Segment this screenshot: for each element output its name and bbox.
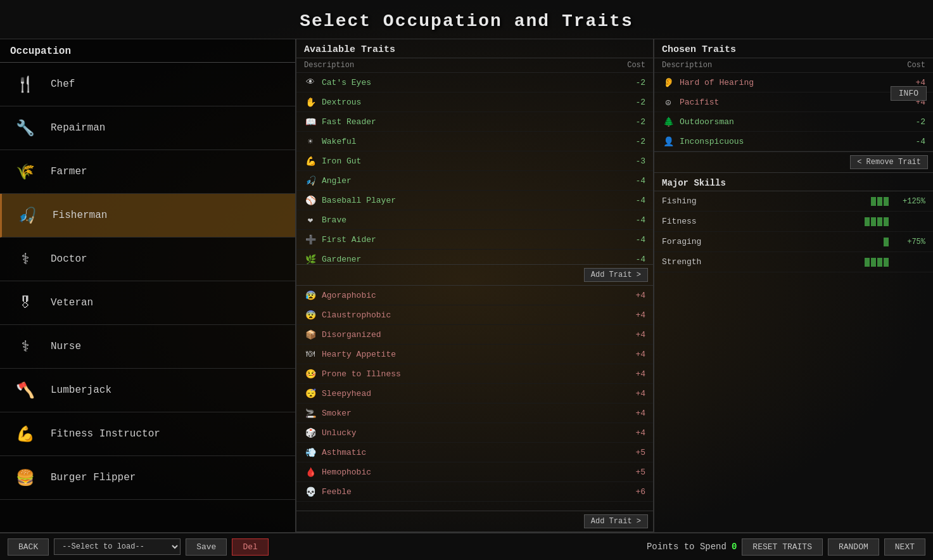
- trait-icon-pos-3: ☀: [304, 135, 317, 148]
- occupation-item-repairman[interactable]: 🔧 Repairman: [0, 106, 295, 150]
- positive-trait-8[interactable]: ➕ First Aider -4: [296, 230, 653, 250]
- trait-cost-pos-0: -2: [626, 78, 645, 87]
- add-trait-btn-1[interactable]: Add Trait >: [584, 268, 648, 282]
- negative-trait-3[interactable]: 🍽 Hearty Appetite +4: [296, 345, 653, 364]
- trait-icon-neg-5: 😴: [304, 387, 317, 400]
- occupation-item-chef[interactable]: 🍴 Chef: [0, 63, 295, 106]
- negative-trait-6[interactable]: 🚬 Smoker +4: [296, 404, 653, 423]
- trait-icon-neg-9: 🩸: [304, 466, 317, 478]
- trait-icon-neg-7: 🎲: [304, 426, 317, 439]
- trait-icon-neg-8: 💨: [304, 446, 317, 459]
- occupation-list: 🍴 Chef 🔧 Repairman 🌾 Farmer 🎣 Fisherman …: [0, 63, 295, 532]
- remove-trait-button-area[interactable]: < Remove Trait: [654, 151, 933, 172]
- negative-trait-4[interactable]: 🤒 Prone to Illness +4: [296, 364, 653, 384]
- positive-trait-5[interactable]: 🎣 Angler -4: [296, 171, 653, 191]
- trait-cost-pos-6: -4: [626, 196, 645, 205]
- trait-cost-pos-9: -4: [626, 255, 645, 264]
- skill-item-2: Foraging +75%: [654, 232, 933, 252]
- occupation-item-lumberjack[interactable]: 🪓 Lumberjack: [0, 369, 295, 412]
- negative-trait-9[interactable]: 🩸 Hemophobic +5: [296, 462, 653, 482]
- save-button[interactable]: Save: [186, 538, 227, 556]
- info-button[interactable]: INFO: [891, 86, 927, 101]
- occupation-icon-doctor: ⚕: [10, 244, 41, 274]
- trait-icon-pos-7: ❤: [304, 213, 317, 226]
- trait-name-neg-2: Disorganized: [322, 330, 626, 340]
- trait-name-pos-6: Baseball Player: [322, 196, 626, 205]
- chosen-name-2: Outdoorsman: [680, 117, 906, 127]
- chosen-cost-2: -2: [906, 117, 925, 127]
- add-trait-button-2[interactable]: Add Trait >: [296, 511, 653, 531]
- positive-trait-6[interactable]: ⚾ Baseball Player -4: [296, 191, 653, 210]
- chosen-trait-2[interactable]: 🌲 Outdoorsman -2: [654, 112, 933, 132]
- occupation-item-nurse[interactable]: ⚕ Nurse: [0, 325, 295, 369]
- trait-icon-pos-9: 🌿: [304, 253, 317, 264]
- chosen-traits-area: INFO Chosen Traits Description Cost 👂 Ha…: [654, 39, 933, 532]
- trait-cost-pos-1: -2: [626, 98, 645, 107]
- back-button[interactable]: BACK: [8, 538, 49, 556]
- negative-trait-2[interactable]: 📦 Disorganized +4: [296, 325, 653, 345]
- skill-bar-3-0: [865, 258, 870, 267]
- negative-trait-7[interactable]: 🎲 Unlucky +4: [296, 423, 653, 443]
- negative-trait-1[interactable]: 😨 Claustrophobic +4: [296, 305, 653, 325]
- skill-item-0: Fishing +125%: [654, 191, 933, 212]
- skill-bar-0-1: [877, 197, 882, 206]
- trait-icon-pos-4: 💪: [304, 155, 317, 167]
- skill-bars-2: [884, 238, 889, 246]
- random-button[interactable]: RANDOM: [828, 538, 879, 556]
- positive-trait-3[interactable]: ☀ Wakeful -2: [296, 132, 653, 151]
- trait-name-neg-7: Unlucky: [322, 428, 626, 438]
- trait-icon-pos-0: 👁: [304, 76, 317, 89]
- available-traits-section: Available Traits Description Cost 👁 Cat'…: [296, 39, 653, 286]
- chosen-col-cost: Cost: [907, 61, 925, 70]
- positive-traits-list: 👁 Cat's Eyes -2 ✋ Dextrous -2 📖 Fast Rea…: [296, 73, 653, 264]
- occupation-icon-repairman: 🔧: [10, 113, 41, 143]
- negative-trait-8[interactable]: 💨 Asthmatic +5: [296, 443, 653, 462]
- skill-bars-1: [865, 217, 889, 226]
- occupation-name-veteran: Veteran: [51, 297, 93, 309]
- positive-trait-0[interactable]: 👁 Cat's Eyes -2: [296, 73, 653, 92]
- trait-cost-pos-5: -4: [626, 176, 645, 186]
- add-trait-btn-2[interactable]: Add Trait >: [584, 514, 648, 528]
- trait-name-neg-6: Smoker: [322, 409, 626, 418]
- skill-name-1: Fitness: [662, 217, 860, 226]
- skill-percent-0: +125%: [894, 197, 925, 206]
- trait-icon-neg-2: 📦: [304, 328, 317, 341]
- traits-area: Available Traits Description Cost 👁 Cat'…: [296, 39, 654, 532]
- positive-trait-4[interactable]: 💪 Iron Gut -3: [296, 151, 653, 171]
- load-select[interactable]: --Select to load--: [54, 538, 181, 555]
- occupation-item-doctor[interactable]: ⚕ Doctor: [0, 238, 295, 281]
- occupation-item-veteran[interactable]: 🎖 Veteran: [0, 281, 295, 325]
- negative-trait-10[interactable]: 💀 Feeble +6: [296, 482, 653, 502]
- del-button[interactable]: Del: [232, 538, 268, 556]
- trait-name-neg-8: Asthmatic: [322, 448, 626, 457]
- trait-name-neg-3: Hearty Appetite: [322, 350, 626, 359]
- occupation-name-doctor: Doctor: [51, 253, 87, 265]
- positive-trait-9[interactable]: 🌿 Gardener -4: [296, 250, 653, 264]
- chosen-trait-3[interactable]: 👤 Inconspicuous -4: [654, 132, 933, 151]
- skill-bar-1-2: [877, 217, 882, 226]
- positive-trait-7[interactable]: ❤ Brave -4: [296, 210, 653, 230]
- positive-trait-2[interactable]: 📖 Fast Reader -2: [296, 112, 653, 132]
- add-trait-button-1[interactable]: Add Trait >: [296, 264, 653, 285]
- remove-trait-btn[interactable]: < Remove Trait: [850, 155, 928, 169]
- negative-trait-0[interactable]: 😰 Agoraphobic +4: [296, 286, 653, 305]
- trait-icon-pos-2: 📖: [304, 115, 317, 128]
- chosen-col-desc: Description: [662, 61, 712, 70]
- occupation-item-fitness_instructor[interactable]: 💪 Fitness Instructor: [0, 412, 295, 456]
- negative-trait-5[interactable]: 😴 Sleepyhead +4: [296, 384, 653, 404]
- occupation-item-farmer[interactable]: 🌾 Farmer: [0, 150, 295, 194]
- skills-list: Fishing +125% Fitness Foraging +75% Stre…: [654, 191, 933, 532]
- trait-name-neg-0: Agoraphobic: [322, 291, 626, 300]
- reset-traits-button[interactable]: RESET TRAITS: [742, 538, 823, 556]
- trait-name-neg-10: Feeble: [322, 487, 626, 497]
- occupation-name-repairman: Repairman: [51, 122, 105, 134]
- trait-name-pos-3: Wakeful: [322, 137, 626, 146]
- col-description: Description: [304, 61, 354, 70]
- chosen-icon-1: ☮: [662, 96, 675, 108]
- occupation-name-lumberjack: Lumberjack: [51, 385, 111, 396]
- trait-name-pos-2: Fast Reader: [322, 117, 626, 127]
- positive-trait-1[interactable]: ✋ Dextrous -2: [296, 92, 653, 112]
- occupation-item-fisherman[interactable]: 🎣 Fisherman: [0, 194, 295, 238]
- occupation-item-burger_flipper[interactable]: 🍔 Burger Flipper: [0, 456, 295, 500]
- next-button[interactable]: NEXT: [884, 538, 925, 556]
